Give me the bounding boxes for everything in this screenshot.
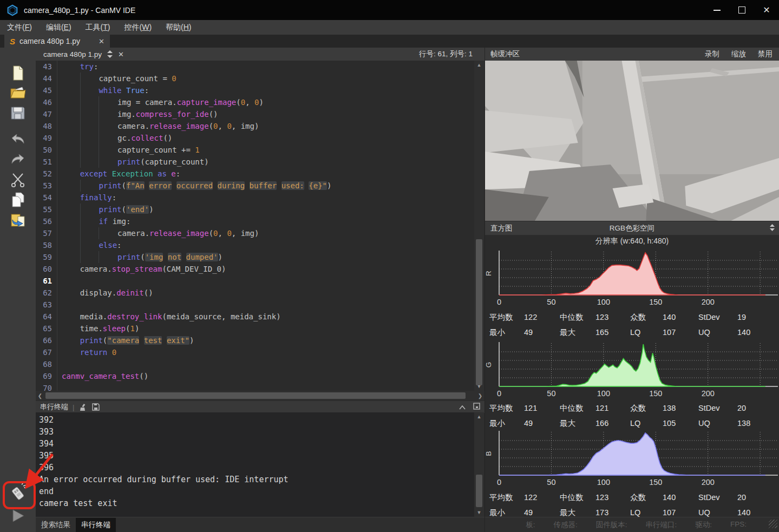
scroll-up-icon[interactable]: ▲ (474, 412, 484, 421)
menu-item[interactable]: 工具(T) (78, 23, 117, 32)
stat-value: 19 (737, 310, 770, 325)
code-line[interactable]: 57camera.release_image(0, 0, img) (36, 227, 474, 239)
code-text: print(f"An error occurred during buffer … (57, 180, 331, 192)
code-line[interactable]: 60camera.stop_stream(CAM_DEV_ID_0) (36, 263, 474, 275)
clear-terminal-button[interactable] (78, 403, 87, 411)
close-icon[interactable]: ✕ (118, 50, 124, 58)
code-line[interactable]: 45while True: (36, 84, 474, 96)
document-selector[interactable]: camera 480p 1.py (43, 50, 102, 58)
redo-button[interactable] (8, 150, 28, 168)
code-line[interactable]: 48camera.release_image(0, 0, img) (36, 120, 474, 132)
open-file-button[interactable] (8, 83, 28, 102)
cut-button[interactable] (8, 170, 28, 189)
frame-buffer-action-button[interactable]: 缩放 (731, 49, 746, 59)
editor-vertical-scrollbar[interactable]: ▲ ▼ (474, 61, 484, 391)
redo-icon (10, 153, 26, 166)
canmv-ide-window: camera_480p_1.py - CanMV IDE ✕ 文件(F)编辑(E… (0, 0, 779, 532)
svg-text:150: 150 (649, 478, 662, 487)
scrollbar-thumb[interactable] (476, 239, 482, 385)
paste-button[interactable] (8, 211, 28, 229)
menu-item[interactable]: 编辑(E) (39, 23, 78, 32)
code-line[interactable]: 58else: (36, 239, 474, 251)
run-script-button[interactable] (8, 507, 28, 525)
code-line[interactable]: 59print('img not dumped') (36, 251, 474, 263)
code-line[interactable]: 47img.compress_for_ide() (36, 108, 474, 120)
save-file-button[interactable] (8, 104, 28, 122)
svg-text:100: 100 (597, 478, 610, 487)
menu-item[interactable]: 控件(W) (117, 23, 159, 32)
code-line[interactable]: 49gc.collect() (36, 132, 474, 144)
file-tab[interactable]: S camera 480p 1.py ✕ (4, 35, 110, 48)
code-editor[interactable]: 43try:44capture_count = 045while True:46… (36, 61, 474, 391)
collapse-terminal-icon[interactable] (459, 403, 466, 411)
line-number: 43 (36, 61, 57, 73)
status-item: 驱动: (695, 520, 712, 530)
code-text (57, 299, 62, 311)
code-line[interactable]: 70 (36, 382, 474, 391)
line-number: 52 (36, 168, 57, 180)
doc-switch-icon[interactable] (107, 50, 113, 58)
code-line[interactable]: 53print(f"An error occurred during buffe… (36, 180, 474, 192)
save-log-button[interactable] (92, 403, 100, 411)
scroll-up-icon[interactable]: ▲ (474, 61, 484, 69)
close-button[interactable]: ✕ (754, 0, 779, 20)
svg-text:0: 0 (497, 389, 501, 398)
code-text: img = camera.capture_image(0, 0) (57, 96, 264, 108)
serial-terminal-output[interactable]: 392393394395396An error occurred during … (36, 412, 474, 517)
terminal-line: 394 (39, 438, 474, 450)
code-line[interactable]: 44capture_count = 0 (36, 73, 474, 84)
stat-value: 49 (524, 505, 560, 520)
scrollbar-thumb[interactable] (476, 475, 482, 507)
cursor-position: 行号: 61, 列号: 1 (419, 49, 473, 59)
connect-device-button[interactable] (8, 483, 28, 501)
copy-button[interactable] (8, 191, 28, 209)
menu-item[interactable]: 帮助(H) (159, 23, 198, 32)
line-number: 49 (36, 132, 57, 144)
menu-item[interactable]: 文件(F) (0, 23, 39, 32)
code-line[interactable]: 43try: (36, 61, 474, 73)
code-line[interactable]: 51print(capture_count) (36, 156, 474, 168)
undo-button[interactable] (8, 130, 28, 148)
code-line[interactable]: 68 (36, 358, 474, 370)
scrollbar-thumb[interactable] (45, 392, 466, 399)
code-line[interactable]: 54finally: (36, 192, 474, 203)
terminal-vertical-scrollbar[interactable]: ▲ ▼ (474, 412, 484, 517)
code-line[interactable]: 50capture_count += 1 (36, 144, 474, 156)
code-line[interactable]: 55print('end') (36, 203, 474, 215)
status-item: 串行端口: (645, 520, 677, 530)
bottom-tab-inactive[interactable]: 搜索结果 (36, 518, 76, 532)
restore-panel-icon[interactable] (473, 403, 480, 411)
colorspace-select-icon[interactable] (770, 224, 775, 233)
frame-buffer-action-button[interactable]: 录制 (705, 49, 719, 59)
code-line[interactable]: 69canmv_camera_test() (36, 370, 474, 382)
code-line[interactable]: 66print("camera test exit") (36, 334, 474, 346)
code-line[interactable]: 62display.deinit() (36, 287, 474, 299)
scroll-left-icon[interactable]: ❮ (36, 391, 44, 400)
colorspace-select[interactable]: RGB色彩空间 (485, 224, 779, 233)
line-number: 47 (36, 108, 57, 120)
close-icon[interactable]: ✕ (84, 37, 104, 45)
minimize-button[interactable] (704, 0, 729, 20)
resize-grip[interactable] (769, 520, 777, 528)
tab-strip: S camera 480p 1.py ✕ (0, 35, 779, 48)
code-line[interactable]: 67return 0 (36, 346, 474, 358)
frame-buffer-image[interactable] (485, 61, 779, 221)
code-line[interactable]: 65time.sleep(1) (36, 323, 474, 334)
new-file-button[interactable] (8, 64, 28, 82)
scroll-right-icon[interactable]: ❯ (476, 391, 485, 400)
line-number: 56 (36, 215, 57, 227)
scroll-down-icon[interactable]: ▼ (474, 508, 484, 517)
editor-horizontal-scrollbar[interactable]: ❮ ❯ (36, 391, 485, 400)
code-line[interactable]: 61 (36, 275, 474, 287)
maximize-button[interactable] (729, 0, 754, 20)
bottom-tab-active[interactable]: 串行终端 (76, 518, 116, 532)
code-line[interactable]: 56if img: (36, 215, 474, 227)
undo-icon (10, 133, 26, 146)
code-line[interactable]: 64media.destroy_link(meida_source, meida… (36, 311, 474, 323)
code-line[interactable]: 52except Exception as e: (36, 168, 474, 180)
code-line[interactable]: 63 (36, 299, 474, 311)
code-line[interactable]: 46img = camera.capture_image(0, 0) (36, 96, 474, 108)
stat-label: 众数 (630, 400, 663, 416)
frame-buffer-action-button[interactable]: 禁用 (758, 49, 773, 59)
terminal-line: 396 (39, 462, 474, 474)
